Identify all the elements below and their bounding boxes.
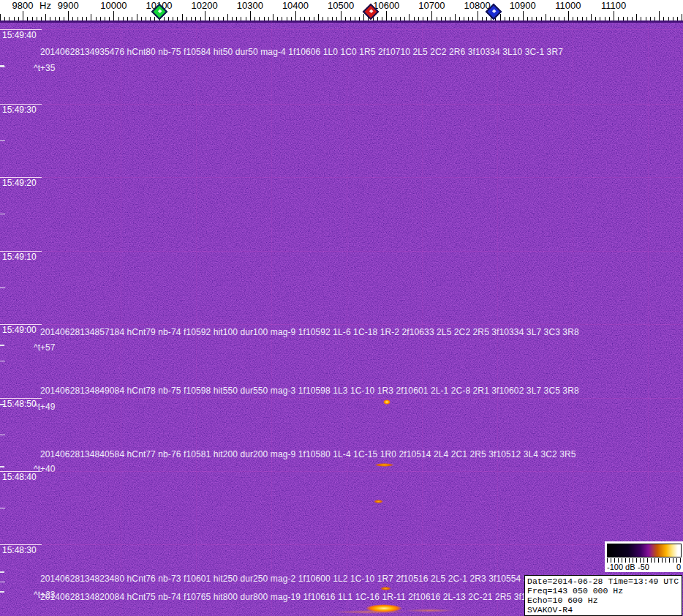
grid-line-v (648, 20, 649, 616)
freq-tick (214, 17, 214, 20)
echo-blob (374, 463, 394, 467)
event-time-marker: ^t+49 (34, 402, 55, 412)
time-label: 15:49:30 (2, 105, 37, 115)
infobox-line: Freq=143 050 000 Hz (527, 586, 679, 596)
marker-glint (492, 9, 497, 13)
time-minor-tick (0, 140, 5, 141)
freq-tick (404, 17, 405, 20)
freq-tick (205, 11, 205, 20)
freq-tick (18, 17, 19, 20)
freq-tick (232, 17, 233, 20)
detection-text: 20140628134820084 hCnt75 nb-74 f10765 hi… (40, 592, 588, 602)
freq-tick (641, 17, 641, 20)
event-time-marker: ^t+57 (34, 342, 55, 353)
freq-tick (650, 17, 651, 20)
marker-glint (369, 9, 373, 13)
freq-tick (191, 17, 192, 20)
freq-tick (9, 17, 10, 20)
infobox-line: Echo=10 600 Hz (527, 596, 679, 605)
event-time-marker: ^t+23 (34, 590, 55, 600)
freq-tick (609, 17, 610, 20)
freq-tick (559, 17, 559, 20)
freq-tick (386, 11, 387, 20)
grid-line-h (0, 544, 683, 545)
freq-tick (472, 17, 473, 20)
grid-line-h (0, 471, 683, 472)
freq-tick (268, 17, 269, 20)
grid-line-v (497, 20, 498, 616)
freq-tick (328, 17, 328, 20)
freq-tick (600, 17, 600, 20)
freq-tick (509, 17, 510, 20)
freq-tick (200, 17, 201, 20)
freq-axis-label: 10700 (418, 0, 445, 11)
freq-tick (55, 17, 56, 20)
grid-line-h (0, 398, 683, 399)
time-minor-tick (0, 214, 5, 214)
freq-axis-label: 11100 (601, 0, 626, 11)
echo-blob (404, 609, 455, 612)
freq-tick (304, 17, 305, 20)
freq-tick (441, 17, 442, 20)
freq-tick (23, 11, 23, 20)
colorbar-label: -100 dB (607, 563, 635, 571)
time-minor-tick (0, 288, 5, 288)
freq-tick (86, 17, 87, 20)
freq-tick (505, 17, 505, 20)
echo-blob (383, 399, 390, 405)
freq-tick (350, 17, 351, 20)
freq-tick (300, 17, 301, 20)
colorbar-tick (673, 558, 673, 563)
spectrogram-overlay: 15:49:4015:49:3015:49:2015:49:1015:49:00… (0, 0, 683, 616)
time-label: 15:48:50 (2, 399, 37, 409)
event-tick (0, 591, 4, 593)
freq-tick (468, 17, 469, 20)
colorbar-label: 0 (676, 563, 681, 571)
freq-tick (127, 17, 128, 20)
freq-tick (382, 17, 382, 20)
grid-line-h (0, 324, 683, 325)
freq-tick (113, 11, 114, 20)
freq-tick (459, 17, 460, 20)
grid-line-h (0, 29, 683, 30)
freq-tick (82, 17, 83, 20)
colorbar-tick (654, 558, 655, 563)
freq-tick (118, 17, 119, 20)
event-tick (0, 466, 4, 467)
time-label: 15:48:30 (2, 545, 37, 555)
echo-blob (331, 610, 411, 614)
freq-tick (27, 17, 28, 20)
detection-text: 20140628134935476 hCnt80 nb-75 f10584 hi… (40, 47, 563, 57)
freq-tick (654, 17, 655, 20)
spectrogram-view: 15:49:4015:49:3015:49:2015:49:1015:49:00… (0, 0, 683, 616)
freq-tick (636, 14, 637, 20)
grid-line-h (0, 251, 683, 252)
freq-tick (137, 14, 137, 20)
freq-tick (418, 17, 419, 20)
freq-tick (132, 17, 132, 20)
time-minor-tick (0, 435, 5, 435)
freq-tick (486, 17, 487, 20)
freq-axis-label: 9800 (12, 0, 34, 11)
freq-tick (523, 11, 524, 20)
freq-tick (273, 14, 273, 20)
infobox-line: Date=2014-06-28 Time=13:49 UTC (527, 576, 679, 586)
freq-tick (195, 17, 196, 20)
freq-tick (513, 17, 514, 20)
freq-tick (264, 17, 265, 20)
freq-tick (254, 17, 255, 20)
time-label: 15:49:40 (2, 30, 37, 40)
freq-tick (414, 17, 415, 20)
freq-tick (355, 17, 355, 20)
freq-tick (50, 17, 50, 20)
freq-tick (677, 17, 678, 20)
time-label: 15:49:10 (2, 252, 37, 262)
freq-tick (295, 11, 296, 20)
freq-axis-label: 10500 (328, 0, 354, 11)
freq-tick (250, 11, 251, 20)
freq-tick (236, 17, 237, 20)
station-info-box: Date=2014-06-28 Time=13:49 UTCFreq=143 0… (524, 575, 682, 616)
freq-tick (573, 17, 573, 20)
freq-tick (536, 17, 537, 20)
freq-tick (554, 17, 555, 20)
